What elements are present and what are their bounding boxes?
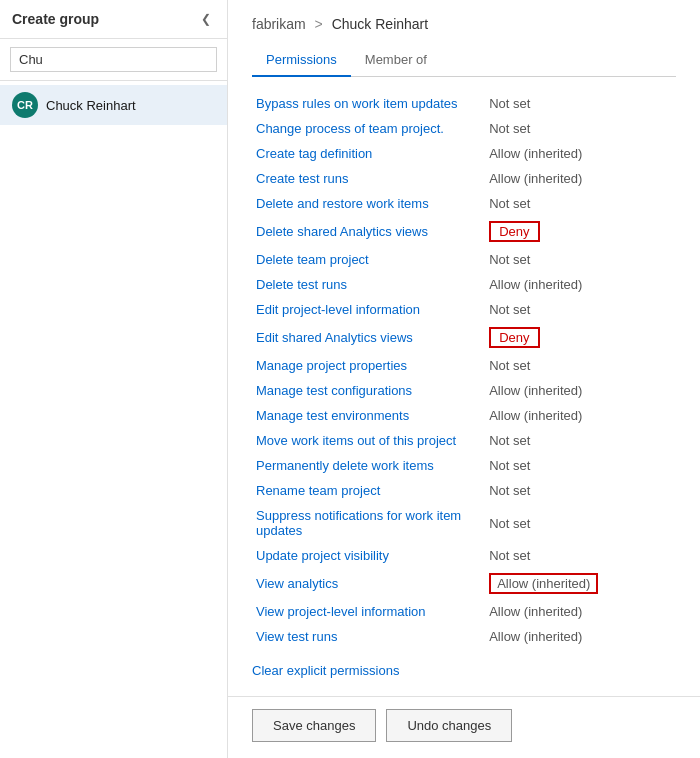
undo-button[interactable]: Undo changes <box>386 709 512 742</box>
table-row: Permanently delete work itemsNot set <box>252 453 676 478</box>
permission-name[interactable]: Change process of team project. <box>252 116 485 141</box>
permission-name[interactable]: Manage test configurations <box>252 378 485 403</box>
avatar: CR <box>12 92 38 118</box>
main-content: fabrikam > Chuck Reinhart PermissionsMem… <box>228 0 700 696</box>
table-row: Create test runsAllow (inherited) <box>252 166 676 191</box>
permission-name[interactable]: View project-level information <box>252 599 485 624</box>
permission-value[interactable]: Not set <box>485 428 676 453</box>
table-row: View test runsAllow (inherited) <box>252 624 676 649</box>
breadcrumb: fabrikam > Chuck Reinhart <box>252 16 676 32</box>
clear-permissions-link[interactable]: Clear explicit permissions <box>252 663 676 678</box>
permission-name[interactable]: Edit project-level information <box>252 297 485 322</box>
table-row: View analyticsAllow (inherited) <box>252 568 676 599</box>
sidebar-title: Create group <box>12 11 99 27</box>
permission-value[interactable]: Not set <box>485 543 676 568</box>
permissions-table: Bypass rules on work item updatesNot set… <box>252 91 676 649</box>
permission-name[interactable]: Rename team project <box>252 478 485 503</box>
table-row: Manage test environmentsAllow (inherited… <box>252 403 676 428</box>
table-row: Move work items out of this projectNot s… <box>252 428 676 453</box>
table-row: Edit project-level informationNot set <box>252 297 676 322</box>
permission-value[interactable]: Not set <box>485 503 676 543</box>
table-row: Change process of team project.Not set <box>252 116 676 141</box>
permission-value[interactable]: Allow (inherited) <box>485 403 676 428</box>
permission-name[interactable]: Suppress notifications for work item upd… <box>252 503 485 543</box>
permission-name[interactable]: View test runs <box>252 624 485 649</box>
user-name: Chuck Reinhart <box>46 98 136 113</box>
table-row: Delete and restore work itemsNot set <box>252 191 676 216</box>
table-row: Create tag definitionAllow (inherited) <box>252 141 676 166</box>
permission-value[interactable]: Not set <box>485 91 676 116</box>
permission-value[interactable]: Allow (inherited) <box>485 141 676 166</box>
permission-name[interactable]: Delete shared Analytics views <box>252 216 485 247</box>
permission-value[interactable]: Not set <box>485 116 676 141</box>
table-row: Delete team projectNot set <box>252 247 676 272</box>
breadcrumb-separator: > <box>315 16 323 32</box>
tabs-bar: PermissionsMember of <box>252 46 676 77</box>
footer-bar: Save changes Undo changes <box>228 696 700 758</box>
permission-value[interactable]: Allow (inherited) <box>485 568 676 599</box>
permission-name[interactable]: Move work items out of this project <box>252 428 485 453</box>
sidebar: Create group ❮ CR Chuck Reinhart <box>0 0 228 758</box>
search-box <box>0 39 227 81</box>
permission-name[interactable]: Update project visibility <box>252 543 485 568</box>
permission-value[interactable]: Allow (inherited) <box>485 272 676 297</box>
permission-value[interactable]: Not set <box>485 247 676 272</box>
permission-name[interactable]: Delete test runs <box>252 272 485 297</box>
permission-name[interactable]: Delete team project <box>252 247 485 272</box>
table-row: Suppress notifications for work item upd… <box>252 503 676 543</box>
user-list-item[interactable]: CR Chuck Reinhart <box>0 85 227 125</box>
permission-name[interactable]: Edit shared Analytics views <box>252 322 485 353</box>
table-row: Edit shared Analytics viewsDeny <box>252 322 676 353</box>
table-row: Delete shared Analytics viewsDeny <box>252 216 676 247</box>
table-row: Manage project propertiesNot set <box>252 353 676 378</box>
breadcrumb-org: fabrikam <box>252 16 306 32</box>
permission-value[interactable]: Deny <box>485 216 676 247</box>
table-row: Delete test runsAllow (inherited) <box>252 272 676 297</box>
table-row: Rename team projectNot set <box>252 478 676 503</box>
tab-permissions[interactable]: Permissions <box>252 46 351 77</box>
permission-value[interactable]: Deny <box>485 322 676 353</box>
permission-name[interactable]: Create tag definition <box>252 141 485 166</box>
table-row: Manage test configurationsAllow (inherit… <box>252 378 676 403</box>
breadcrumb-user: Chuck Reinhart <box>332 16 429 32</box>
permission-name[interactable]: Create test runs <box>252 166 485 191</box>
main-panel: fabrikam > Chuck Reinhart PermissionsMem… <box>228 0 700 758</box>
table-row: View project-level informationAllow (inh… <box>252 599 676 624</box>
save-button[interactable]: Save changes <box>252 709 376 742</box>
permission-name[interactable]: Manage test environments <box>252 403 485 428</box>
sidebar-header: Create group ❮ <box>0 0 227 39</box>
permission-name[interactable]: Permanently delete work items <box>252 453 485 478</box>
permission-value[interactable]: Not set <box>485 191 676 216</box>
permission-value[interactable]: Allow (inherited) <box>485 166 676 191</box>
permission-value[interactable]: Not set <box>485 297 676 322</box>
search-input[interactable] <box>10 47 217 72</box>
permission-name[interactable]: Delete and restore work items <box>252 191 485 216</box>
table-row: Bypass rules on work item updatesNot set <box>252 91 676 116</box>
permission-name[interactable]: Bypass rules on work item updates <box>252 91 485 116</box>
permission-value[interactable]: Allow (inherited) <box>485 599 676 624</box>
permission-name[interactable]: Manage project properties <box>252 353 485 378</box>
permission-value[interactable]: Not set <box>485 353 676 378</box>
permission-value[interactable]: Allow (inherited) <box>485 624 676 649</box>
permission-value[interactable]: Not set <box>485 453 676 478</box>
tab-member-of[interactable]: Member of <box>351 46 441 77</box>
permission-value[interactable]: Allow (inherited) <box>485 378 676 403</box>
permission-value[interactable]: Not set <box>485 478 676 503</box>
table-row: Update project visibilityNot set <box>252 543 676 568</box>
permission-name[interactable]: View analytics <box>252 568 485 599</box>
collapse-button[interactable]: ❮ <box>197 10 215 28</box>
user-list: CR Chuck Reinhart <box>0 81 227 129</box>
